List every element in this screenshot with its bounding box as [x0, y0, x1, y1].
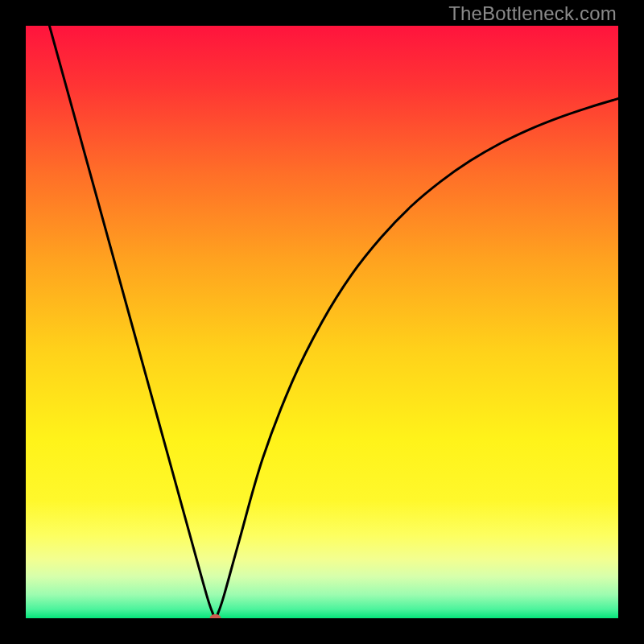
chart-frame: TheBottleneck.com: [0, 0, 644, 644]
minimum-marker: [210, 614, 221, 618]
plot-area: [26, 26, 618, 618]
curve-layer: [26, 26, 618, 618]
bottleneck-curve: [49, 26, 618, 618]
watermark-text: TheBottleneck.com: [448, 2, 617, 25]
